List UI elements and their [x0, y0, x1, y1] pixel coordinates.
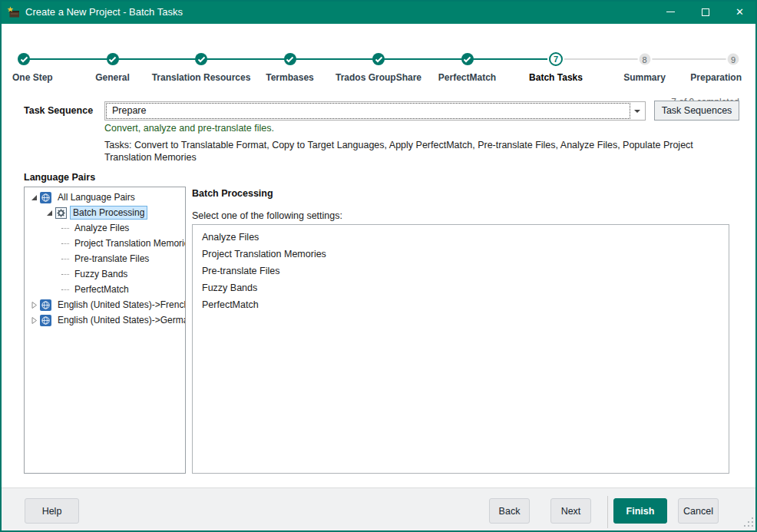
tree-connector: [61, 289, 69, 290]
batch-processing-gear-icon: [55, 207, 67, 219]
chevron-down-icon: [634, 110, 640, 113]
tree-item-label: Analyze Files: [71, 221, 132, 235]
step-circle-translation-resources[interactable]: [195, 53, 207, 65]
collapse-triangle-icon[interactable]: [45, 208, 54, 217]
new-project-app-icon: [7, 6, 21, 18]
tree-connector: [61, 243, 69, 244]
resize-grip[interactable]: [743, 517, 754, 527]
expand-triangle-icon[interactable]: [29, 316, 38, 325]
settings-item-fuzzy-bands[interactable]: Fuzzy Bands: [193, 279, 729, 296]
step-circle-trados-groupshare[interactable]: [372, 53, 385, 65]
step-circle-termbases[interactable]: [284, 53, 296, 65]
tree-item-label: PerfectMatch: [71, 283, 132, 296]
step-label-summary[interactable]: Summary: [623, 72, 666, 83]
tree-item-label: Project Translation Memories: [71, 236, 186, 250]
check-icon: [197, 56, 206, 63]
task-sequences-button[interactable]: Task Sequences: [654, 101, 739, 121]
finish-button[interactable]: Finish: [613, 498, 667, 524]
tree-item-batch-processing[interactable]: Batch Processing: [25, 205, 185, 220]
tree-item-analyze-files[interactable]: Analyze Files: [25, 220, 185, 236]
collapse-triangle-icon[interactable]: [29, 193, 38, 202]
task-sequence-value: Prepare: [112, 102, 146, 120]
titlebar[interactable]: Create a New Project - Batch Tasks ✕: [0, 0, 757, 24]
tree-item-english-united-states-german[interactable]: English (United States)->German: [25, 312, 185, 328]
language-pairs-tree[interactable]: All Language PairsBatch ProcessingAnalyz…: [24, 187, 186, 474]
language-pair-globe-icon: [40, 299, 51, 311]
task-sequence-label: Task Sequence: [24, 105, 93, 116]
step-circle-preparation[interactable]: 9: [728, 54, 739, 65]
window-title: Create a New Project - Batch Tasks: [25, 6, 183, 18]
minimize-icon: [666, 12, 675, 13]
stepper: 7 of 9 completed One StepGeneralTranslat…: [0, 24, 757, 93]
close-icon: ✕: [736, 7, 744, 17]
tree-item-all-language-pairs[interactable]: All Language Pairs: [25, 190, 185, 205]
close-button[interactable]: ✕: [722, 0, 757, 24]
tree-connector: [61, 259, 69, 259]
step-label-general[interactable]: General: [95, 72, 130, 83]
step-label-preparation[interactable]: Preparation: [690, 72, 742, 83]
cancel-button[interactable]: Cancel: [678, 498, 719, 524]
language-pair-globe-icon: [40, 192, 51, 203]
footer-bar: Help Back Next Finish Cancel: [0, 487, 757, 532]
settings-item-project-translation-memories[interactable]: Project Translation Memories: [193, 246, 729, 263]
step-circle-general[interactable]: [107, 53, 119, 65]
maximize-button[interactable]: [688, 0, 722, 24]
tree-item-label: Pre-translate Files: [71, 252, 152, 266]
settings-panel-instruction: Select one of the following settings:: [192, 210, 342, 221]
step-circle-perfectmatch[interactable]: [461, 53, 474, 65]
settings-item-pre-translate-files[interactable]: Pre-translate Files: [193, 263, 729, 279]
step-label-translation-resources[interactable]: Translation Resources: [152, 72, 251, 83]
next-button[interactable]: Next: [550, 498, 591, 524]
tree-item-label: Batch Processing: [70, 206, 147, 220]
expand-triangle-icon[interactable]: [29, 300, 38, 309]
step-label-perfectmatch[interactable]: PerfectMatch: [438, 72, 496, 83]
check-icon: [286, 56, 294, 63]
footer-separator: [607, 496, 608, 528]
check-icon: [463, 56, 471, 63]
tree-connector: [61, 228, 69, 229]
step-circle-summary[interactable]: 8: [639, 54, 650, 65]
task-sequence-description: Convert, analyze and pre-translate files…: [104, 123, 274, 134]
tree-item-label: Fuzzy Bands: [71, 267, 131, 281]
step-label-trados-groupshare[interactable]: Trados GroupShare: [336, 72, 421, 83]
tree-item-label: All Language Pairs: [55, 190, 138, 204]
check-icon: [20, 56, 28, 63]
step-circle-batch-tasks[interactable]: 7: [549, 52, 563, 66]
step-circle-one-step[interactable]: [18, 53, 30, 65]
settings-item-analyze-files[interactable]: Analyze Files: [193, 229, 729, 246]
tree-item-fuzzy-bands[interactable]: Fuzzy Bands: [25, 266, 185, 282]
combo-focus-ring: [106, 103, 630, 119]
step-label-one-step[interactable]: One Step: [12, 72, 53, 83]
tree-item-label: English (United States)->German: [55, 313, 186, 327]
tree-item-label: English (United States)->French (: [55, 298, 186, 312]
minimize-button[interactable]: [653, 0, 688, 24]
create-new-project-wizard-window: Create a New Project - Batch Tasks ✕ 7 o…: [0, 0, 757, 532]
tree-item-perfectmatch[interactable]: PerfectMatch: [25, 282, 185, 297]
language-pairs-label: Language Pairs: [24, 172, 95, 183]
task-sequence-tasks-text: Tasks: Convert to Translatable Format, C…: [104, 140, 728, 164]
help-button[interactable]: Help: [25, 498, 79, 524]
tree-connector: [61, 274, 69, 275]
settings-listbox[interactable]: Analyze FilesProject Translation Memorie…: [192, 224, 729, 474]
step-label-termbases[interactable]: Termbases: [266, 72, 313, 83]
back-button[interactable]: Back: [489, 498, 530, 524]
check-icon: [375, 56, 383, 63]
tree-item-pre-translate-files[interactable]: Pre-translate Files: [25, 251, 185, 266]
language-pair-globe-icon: [40, 315, 51, 326]
maximize-icon: [702, 8, 709, 16]
tree-item-project-translation-memories[interactable]: Project Translation Memories: [25, 236, 185, 251]
settings-item-perfectmatch[interactable]: PerfectMatch: [193, 296, 729, 313]
task-sequence-dropdown[interactable]: Prepare: [104, 101, 646, 121]
step-label-batch-tasks[interactable]: Batch Tasks: [529, 72, 583, 83]
settings-panel-title: Batch Processing: [192, 188, 273, 199]
check-icon: [108, 56, 117, 63]
tree-item-english-united-states-french[interactable]: English (United States)->French (: [25, 297, 185, 312]
window-controls: ✕: [653, 0, 757, 24]
